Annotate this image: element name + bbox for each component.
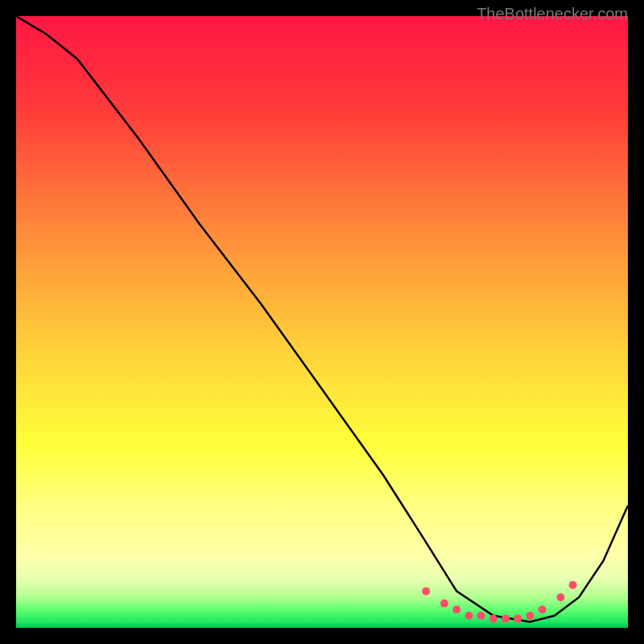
marker-dot: [539, 605, 547, 613]
marker-dot: [569, 581, 577, 589]
attribution-text: TheBottlenecker.com: [477, 5, 628, 23]
marker-dot: [489, 615, 497, 623]
marker-dot: [526, 612, 534, 620]
marker-dot: [514, 615, 522, 623]
marker-dot: [464, 612, 473, 620]
chart-plot: [16, 16, 628, 628]
marker-dot: [502, 615, 510, 623]
chart-background: [16, 16, 628, 628]
marker-dot: [452, 605, 460, 613]
marker-dot: [440, 600, 448, 608]
marker-dot: [477, 612, 485, 620]
marker-dot: [556, 593, 564, 601]
marker-dot: [422, 587, 430, 595]
